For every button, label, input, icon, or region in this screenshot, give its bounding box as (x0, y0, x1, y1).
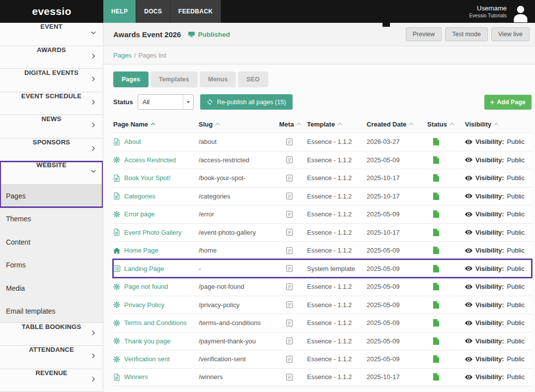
page-name: Landing Page (124, 265, 164, 272)
page-name-link[interactable]: Verification sent (113, 355, 170, 363)
page-name-link[interactable]: Event Photo Gallery (113, 229, 182, 236)
status-icon[interactable] (433, 193, 439, 200)
status-icon[interactable] (433, 373, 439, 381)
page-header: Awards Event 2026 Published PreviewTest … (103, 23, 535, 46)
column-header-visibility[interactable]: Visibility (465, 121, 532, 128)
meta-icon[interactable] (286, 320, 293, 327)
meta-icon[interactable] (286, 265, 293, 272)
meta-icon[interactable] (286, 156, 293, 163)
page-name-link[interactable]: Book Your Spot! (113, 174, 170, 182)
add-page-button[interactable]: + Add Page (484, 95, 532, 110)
sidebar-item-forms[interactable]: Forms (0, 254, 103, 277)
sidebar-item-website[interactable]: WEBSITE (0, 161, 103, 185)
user-menu[interactable]: Username Evessio Tutorials (469, 0, 535, 23)
status-icon[interactable] (433, 265, 439, 272)
sidebar-item-media[interactable]: Media (0, 277, 103, 300)
column-header-meta[interactable]: Meta (279, 121, 307, 128)
breadcrumb-pages-link[interactable]: Pages (113, 52, 132, 59)
status-icon[interactable] (433, 156, 439, 164)
meta-icon[interactable] (286, 175, 293, 182)
status-icon[interactable] (433, 174, 439, 182)
meta-icon[interactable] (286, 374, 293, 381)
sidebar-item-sponsors[interactable]: SPONSORS (0, 138, 103, 162)
status-icon[interactable] (433, 319, 439, 327)
sidebar-item-themes[interactable]: Themes (0, 207, 103, 231)
page-slug: /access-restricted (199, 156, 279, 164)
view-live-button[interactable]: View live (491, 27, 530, 41)
page-name-link[interactable]: About (113, 138, 141, 145)
status-icon[interactable] (433, 283, 439, 290)
sidebar-item-attendance[interactable]: ATTENDANCE (0, 346, 103, 369)
file-icon (113, 175, 120, 182)
visibility-value: Public (507, 265, 525, 272)
meta-icon[interactable] (286, 211, 293, 218)
status-icon[interactable] (433, 138, 439, 145)
sidebar-item-awards[interactable]: AWARDS (0, 46, 103, 69)
column-header-page-name[interactable]: Page Name (113, 121, 199, 128)
sidebar-item-label: Media (6, 284, 25, 292)
page-slug: /about (199, 138, 279, 145)
meta-icon[interactable] (286, 193, 293, 199)
sidebar-item-revenue[interactable]: REVENUE (0, 369, 103, 392)
sidebar-item-event-schedule[interactable]: EVENT SCHEDULE (0, 92, 103, 116)
visibility-prefix: Visibility: (475, 174, 504, 182)
page-created-date: 2025-05-09 (367, 210, 427, 218)
sidebar-item-pages[interactable]: Pages (0, 185, 103, 208)
status-icon[interactable] (433, 355, 439, 363)
column-header-created-date[interactable]: Created Date (367, 121, 427, 128)
table-row: Book Your Spot!/book-your-spot-Essence -… (113, 169, 532, 187)
sidebar-item-email-templates[interactable]: Email templates (0, 300, 103, 323)
meta-icon[interactable] (286, 283, 293, 290)
page-name-link[interactable]: Error page (113, 210, 154, 218)
meta-icon[interactable] (286, 138, 293, 145)
topnav-docs-button[interactable]: DOCS (136, 0, 170, 23)
republish-all-button[interactable]: Re-publish all pages (15) (200, 94, 293, 110)
sidebar-item-digital-events[interactable]: DIGITAL EVENTS (0, 69, 103, 92)
status-icon[interactable] (433, 247, 439, 254)
sidebar-item-event[interactable]: EVENT (0, 23, 103, 46)
page-name-link[interactable]: Landing Page (113, 265, 164, 272)
tab-seo[interactable]: SEO (238, 71, 268, 87)
page-name: Access Restricted (124, 156, 176, 164)
sidebar-item-table-bookings[interactable]: TABLE BOOKINGS (0, 323, 103, 346)
page-slug: /event-photo-gallery (199, 229, 279, 236)
meta-icon[interactable] (286, 356, 293, 363)
meta-icon[interactable] (286, 247, 293, 254)
status-filter-select[interactable]: All (138, 94, 194, 110)
meta-icon[interactable] (286, 229, 293, 236)
status-icon[interactable] (433, 301, 439, 309)
sidebar: EVENTAWARDSDIGITAL EVENTSEVENT SCHEDULEN… (0, 23, 103, 392)
page-created-date: 2025-05-09 (367, 283, 427, 290)
column-header-template[interactable]: Template (307, 121, 367, 128)
sidebar-item-content[interactable]: Content (0, 231, 103, 254)
evessio-logo[interactable]: evessio (0, 0, 103, 23)
page-name-link[interactable]: Thank you page (113, 337, 170, 345)
breadcrumb: Pages / Pages list (103, 46, 535, 65)
column-header-slug[interactable]: Slug (199, 121, 279, 128)
status-icon[interactable] (433, 210, 439, 218)
sidebar-item-news[interactable]: NEWS (0, 115, 103, 138)
page-visibility: Visibility:Public (465, 210, 532, 218)
page-name-link[interactable]: Privacy Policy (113, 301, 164, 309)
tab-templates[interactable]: Templates (151, 71, 198, 87)
topnav-feedback-button[interactable]: FEEDBACK (170, 0, 221, 23)
status-icon[interactable] (433, 337, 439, 345)
page-name-link[interactable]: Winners (113, 373, 148, 381)
table-row: Error page/errorEssence - 1.1.22025-05-0… (113, 205, 532, 223)
page-name-link[interactable]: Page not found (113, 283, 168, 290)
topnav-help-button[interactable]: HELP (103, 0, 136, 23)
meta-icon[interactable] (286, 301, 293, 308)
tab-pages[interactable]: Pages (113, 71, 149, 87)
preview-button[interactable]: Preview (406, 27, 442, 41)
page-name-link[interactable]: Home Page (113, 247, 158, 254)
column-header-status[interactable]: Status (427, 121, 465, 128)
page-name-link[interactable]: Access Restricted (113, 156, 176, 164)
test-mode-button[interactable]: Test mode (445, 27, 488, 41)
page-name-link[interactable]: Terms and Conditions (113, 319, 187, 327)
visibility-value: Public (507, 373, 525, 381)
visibility-prefix: Visibility: (475, 373, 504, 381)
page-name-link[interactable]: Categories (113, 193, 155, 200)
tab-menus[interactable]: Menus (200, 71, 236, 87)
meta-icon[interactable] (286, 337, 293, 344)
status-icon[interactable] (433, 229, 439, 236)
